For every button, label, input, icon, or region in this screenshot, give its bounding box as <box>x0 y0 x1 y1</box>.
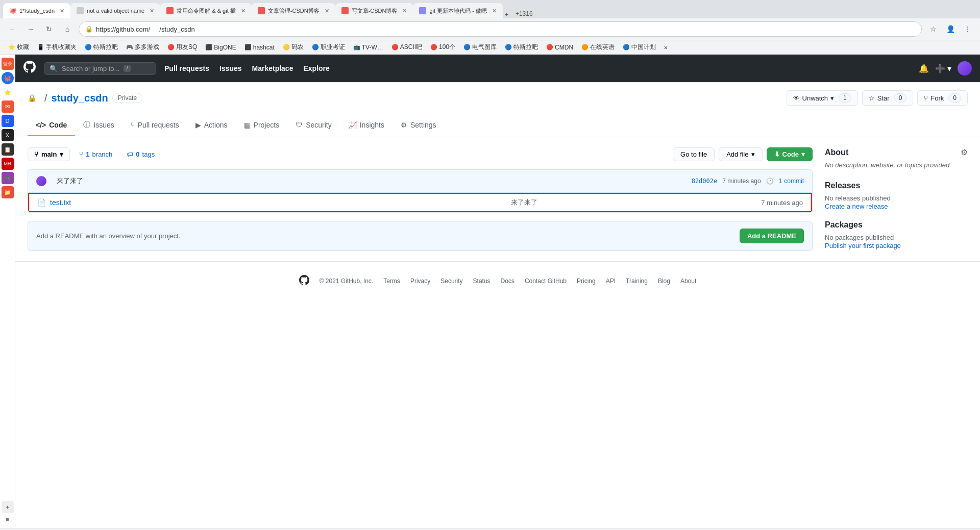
publish-package-link[interactable]: Publish your first package <box>825 242 901 249</box>
footer-status[interactable]: Status <box>473 277 491 285</box>
tab-close-6[interactable]: ✕ <box>492 8 497 14</box>
bookmark-100[interactable]: 🔴 100个 <box>427 42 458 53</box>
commit-avatar[interactable] <box>36 176 46 186</box>
ext-icon-2[interactable]: 🐙 <box>2 72 14 84</box>
tab-actions[interactable]: ▶ Actions <box>187 115 236 136</box>
fork-button[interactable]: ⑂ Fork 0 <box>917 90 968 106</box>
bookmark-game[interactable]: 🎮 多多游戏 <box>123 42 162 53</box>
branch-dropdown[interactable]: ⑂ main ▾ <box>28 147 70 161</box>
home-button[interactable]: ⌂ <box>60 22 75 36</box>
tab-close-4[interactable]: ✕ <box>325 8 329 14</box>
bookmark-china[interactable]: 🔵 中国计划 <box>620 42 659 53</box>
footer-training[interactable]: Training <box>626 277 648 285</box>
branches-link[interactable]: ⑂ 1 branch <box>74 148 117 161</box>
refresh-button[interactable]: ↻ <box>42 22 56 36</box>
bookmark-mobile[interactable]: 📱 手机收藏夹 <box>34 42 80 53</box>
ext-add-icon[interactable]: + <box>2 501 14 513</box>
footer-security[interactable]: Security <box>440 277 462 285</box>
footer-terms[interactable]: Terms <box>383 277 400 285</box>
tab-5[interactable]: 写文章-CSDN博客 ✕ <box>335 3 413 18</box>
footer-pricing[interactable]: Pricing <box>577 277 596 285</box>
forward-button[interactable]: → <box>23 22 38 36</box>
footer-about[interactable]: About <box>680 277 696 285</box>
extensions-icon[interactable]: ☆ <box>926 22 940 36</box>
back-button[interactable]: ← <box>5 22 19 36</box>
add-file-button[interactable]: Add file ▾ <box>719 147 762 161</box>
repo-name[interactable]: study_csdn <box>52 92 108 104</box>
bookmark-tesla2[interactable]: 🔵 特斯拉吧 <box>502 42 541 53</box>
menu-dots-icon[interactable]: ⋮ <box>961 22 975 36</box>
notifications-bell[interactable]: 🔔 <box>919 64 929 73</box>
address-bar[interactable]: 🔒 https://github.com/ /study_csdn <box>79 21 922 37</box>
footer-contact[interactable]: Contact GitHub <box>525 277 567 285</box>
tab-security[interactable]: 🛡 Security <box>287 115 340 136</box>
nav-explore[interactable]: Explore <box>303 64 329 72</box>
file-name-test-txt[interactable]: test.txt <box>50 198 287 207</box>
tabs-more[interactable]: + <box>505 11 508 18</box>
search-shortcut: / <box>124 65 130 72</box>
tab-pull-requests[interactable]: ⑂ Pull requests <box>122 115 187 136</box>
bookmark-more[interactable]: » <box>661 43 671 52</box>
nav-issues[interactable]: Issues <box>219 64 242 72</box>
bookmark-cmdn[interactable]: 🔴 CMDN <box>543 43 576 52</box>
bookmark-yousq[interactable]: 🔴 用友SQ <box>164 42 200 53</box>
ext-icon-3[interactable]: ⭐ <box>2 86 14 98</box>
commits-history-link[interactable]: 1 commit <box>779 178 804 185</box>
bookmark-ascii[interactable]: 🔴 ASCII吧 <box>388 42 425 53</box>
tab-favicon-2 <box>77 7 84 14</box>
bookmark-manong[interactable]: 🟡 码农 <box>280 42 307 53</box>
tab-settings[interactable]: ⚙ Settings <box>393 115 445 136</box>
ext-icon-7[interactable]: 📋 <box>2 143 14 156</box>
bookmark-tesla[interactable]: 🔵 特斯拉吧 <box>82 42 121 53</box>
ext-menu-icon[interactable]: ≡ <box>2 513 14 525</box>
go-to-file-button[interactable]: Go to file <box>673 147 715 161</box>
ext-icon-4[interactable]: ✉ <box>2 100 14 113</box>
star-button[interactable]: ☆ Star 0 <box>862 90 914 106</box>
tab-close-active[interactable]: ✕ <box>60 8 64 14</box>
commit-sha[interactable]: 82d002e <box>692 178 718 185</box>
github-logo[interactable] <box>23 61 36 76</box>
create-release-link[interactable]: Create a new release <box>825 203 888 210</box>
footer-blog[interactable]: Blog <box>658 277 670 285</box>
tab-close-2[interactable]: ✕ <box>150 8 154 14</box>
ext-icon-9[interactable]: 🎮 <box>2 172 14 184</box>
tab-projects[interactable]: ▦ Projects <box>236 115 288 136</box>
about-settings-icon[interactable]: ⚙ <box>961 147 968 157</box>
create-new-button[interactable]: ➕ ▾ <box>935 64 951 73</box>
search-box[interactable]: 🔍 Search or jump to... / <box>44 62 156 75</box>
ext-icon-5[interactable]: D <box>2 115 14 127</box>
nav-pull-requests[interactable]: Pull requests <box>164 64 209 72</box>
tab-6[interactable]: git 更新本地代码 - 傲嗯 ✕ <box>413 3 502 18</box>
bookmark-hashcat[interactable]: ⬛ hashcat <box>241 43 278 52</box>
tab-code[interactable]: </> Code <box>28 115 75 136</box>
ext-icon-6[interactable]: X <box>2 129 14 141</box>
tab-2[interactable]: not a valid object name ✕ <box>70 3 160 18</box>
tab-close-5[interactable]: ✕ <box>402 8 407 14</box>
tab-close-3[interactable]: ✕ <box>241 8 246 14</box>
ext-icon-8[interactable]: MH <box>2 158 14 170</box>
bookmark-tv[interactable]: 📺 TV-W… <box>350 43 386 52</box>
bookmark-career[interactable]: 🔵 职业考证 <box>309 42 348 53</box>
nav-marketplace[interactable]: Marketplace <box>252 64 293 72</box>
ext-icon-10[interactable]: 📁 <box>2 186 14 198</box>
footer-docs[interactable]: Docs <box>501 277 514 285</box>
unwatch-button[interactable]: 👁 Unwatch ▾ 1 <box>787 90 858 106</box>
user-profile-icon[interactable]: 👤 <box>943 22 958 36</box>
bookmark-bigone[interactable]: ⬛ BigONE <box>202 43 239 52</box>
bookmark-favorites[interactable]: ⭐ 收藏 <box>5 42 32 53</box>
tab-insights[interactable]: 📈 Insights <box>340 115 393 136</box>
tab-active[interactable]: 🐙 1*/study_csdn ✕ <box>3 3 70 18</box>
ext-icon-1[interactable]: 登录 <box>2 58 14 70</box>
tab-issues[interactable]: ⓘ Issues <box>75 114 122 137</box>
tab-4[interactable]: 文章管理-CSDN博客 ✕ <box>252 3 335 18</box>
tags-link[interactable]: 🏷 0 tags <box>121 148 160 161</box>
footer-privacy[interactable]: Privacy <box>410 277 430 285</box>
footer-api[interactable]: API <box>606 277 616 285</box>
user-avatar[interactable] <box>958 61 972 75</box>
bookmark-diagrams[interactable]: 🔵 电气图库 <box>460 42 500 53</box>
add-readme-button[interactable]: Add a README <box>740 229 804 243</box>
code-dropdown-button[interactable]: ⬇ Code ▾ <box>767 147 813 161</box>
tab-count-badge[interactable]: +1316 <box>512 9 536 18</box>
bookmark-english[interactable]: 🟠 在线英语 <box>578 42 618 53</box>
tab-3[interactable]: 常用命令图解 & & git 插 ✕ <box>160 3 252 18</box>
